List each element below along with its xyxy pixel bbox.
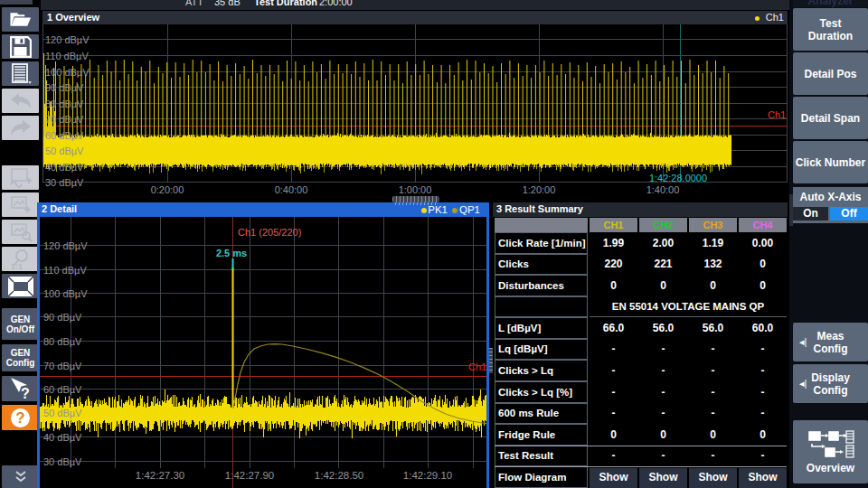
svg-text:0:40:00: 0:40:00 (275, 184, 308, 195)
svg-text:2.5 ms: 2.5 ms (216, 248, 247, 258)
svg-text:70 dBµV: 70 dBµV (43, 361, 82, 371)
svg-text:50 dBµV: 50 dBµV (43, 408, 82, 418)
svg-text:60 dBµV: 60 dBµV (43, 384, 82, 395)
svg-text:1:1: 1:1 (11, 262, 23, 270)
svg-text:80 dBµV: 80 dBµV (43, 336, 82, 347)
svg-text:60 dBµV: 60 dBµV (45, 130, 84, 141)
svg-text:1:42:29.10: 1:42:29.10 (403, 470, 452, 481)
svg-text:1:42:28.0000: 1:42:28.0000 (649, 173, 707, 183)
svg-text:0:20:00: 0:20:00 (151, 184, 184, 195)
svg-text:40 dBµV: 40 dBµV (43, 432, 82, 443)
svg-text:110 dBµV: 110 dBµV (43, 265, 87, 276)
svg-text:110 dBµV: 110 dBµV (45, 51, 89, 61)
svg-text:90 dBµV: 90 dBµV (43, 312, 82, 323)
svg-text:1:20:00: 1:20:00 (523, 184, 556, 195)
svg-text:120 dBµV: 120 dBµV (45, 34, 90, 45)
svg-text:?: ? (21, 386, 30, 400)
svg-text:Ch1: Ch1 (468, 361, 486, 372)
svg-text:100 dBµV: 100 dBµV (45, 67, 90, 78)
svg-text:1:00:00: 1:00:00 (399, 184, 432, 195)
svg-text:1:42:27.90: 1:42:27.90 (225, 470, 274, 481)
svg-text:30 dBµV: 30 dBµV (43, 456, 82, 467)
svg-text:50 dBµV: 50 dBµV (45, 145, 84, 156)
svg-text:1:42:27.30: 1:42:27.30 (136, 470, 184, 481)
svg-text:30 dBµV: 30 dBµV (45, 177, 84, 188)
svg-text:70 dBµV: 70 dBµV (45, 114, 84, 125)
svg-text:Ch1 (205/220): Ch1 (205/220) (238, 227, 301, 238)
svg-text:Ch1: Ch1 (768, 109, 786, 120)
svg-text:1:42:28.50: 1:42:28.50 (315, 470, 363, 481)
svg-text:90 dBµV: 90 dBµV (45, 82, 84, 93)
svg-text:80 dBµV: 80 dBµV (45, 99, 84, 109)
svg-text:120 dBµV: 120 dBµV (43, 240, 88, 251)
svg-text:100 dBµV: 100 dBµV (43, 288, 88, 299)
svg-text:1:40:00: 1:40:00 (646, 184, 680, 195)
svg-text:40 dBµV: 40 dBµV (45, 162, 84, 173)
